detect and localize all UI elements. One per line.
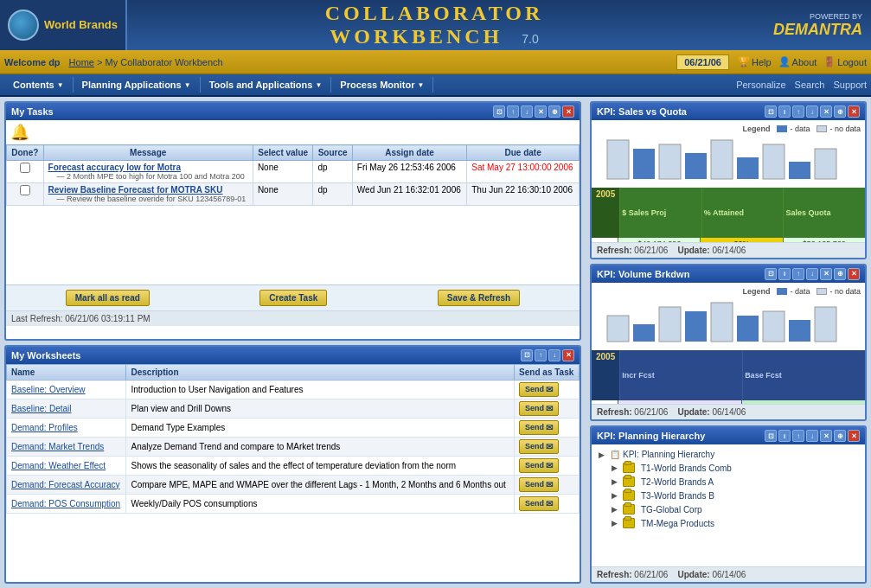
mark-all-read-button[interactable]: Mark all as read xyxy=(66,290,150,306)
send-icon-1: ✉ xyxy=(546,385,553,394)
menu-planning-applications[interactable]: Planning Applications ▼ xyxy=(74,77,201,93)
svg-rect-3 xyxy=(685,153,707,179)
tasks-icon-4[interactable]: ✕ xyxy=(535,105,547,118)
svg-rect-15 xyxy=(763,311,785,342)
kpi-sales-icon-5[interactable]: ✕ xyxy=(820,105,832,118)
search-link[interactable]: Search xyxy=(795,80,825,90)
help-button[interactable]: 🏆 Help xyxy=(738,56,772,67)
send-icon-6: ✉ xyxy=(546,480,553,489)
tasks-icon-2[interactable]: ↑ xyxy=(507,105,519,118)
worksheets-title: My Worksheets xyxy=(11,350,81,361)
send-button-6[interactable]: Send ✉ xyxy=(519,477,559,492)
tree-item-tg[interactable]: ▶ TG-Global Corp xyxy=(608,502,861,516)
svg-rect-7 xyxy=(789,162,810,179)
svg-rect-5 xyxy=(737,157,759,179)
done-checkbox-2[interactable] xyxy=(20,185,30,195)
send-button-4[interactable]: Send ✉ xyxy=(519,439,559,454)
tasks-icon-1[interactable]: ⊡ xyxy=(493,105,505,118)
home-link[interactable]: Home xyxy=(69,57,94,67)
kpi-sales-icon-1[interactable]: ⊡ xyxy=(765,105,777,118)
tasks-icon-5[interactable]: ⊕ xyxy=(548,105,560,118)
kpi-vol-icon-6[interactable]: ⊕ xyxy=(834,268,846,280)
personalize-link[interactable]: Personalize xyxy=(736,80,785,90)
menu-process-monitor[interactable]: Process Monitor ▼ xyxy=(331,77,433,93)
kpi-vol-icon-3[interactable]: ↑ xyxy=(792,268,804,280)
kpi-hier-icon-3[interactable]: ↑ xyxy=(792,430,804,442)
ws-icon-2[interactable]: ↑ xyxy=(535,349,547,361)
kpi-hier-icon-4[interactable]: ↓ xyxy=(806,430,818,442)
folder-icon-tm xyxy=(623,518,635,528)
tasks-close-icon[interactable]: ✕ xyxy=(562,105,574,118)
kpi-hier-icon-5[interactable]: ✕ xyxy=(820,430,832,442)
menu-tools-applications[interactable]: Tools and Applications ▼ xyxy=(201,77,332,93)
create-task-button[interactable]: Create Task xyxy=(259,290,327,306)
kpi-volume-legend: Legend - data - no data xyxy=(596,287,861,296)
send-button-1[interactable]: Send ✉ xyxy=(519,382,559,397)
kpi-vol-icon-5[interactable]: ✕ xyxy=(820,268,832,280)
ws-link-2[interactable]: Baseline: Detail xyxy=(11,404,71,413)
kpi-hier-icon-1[interactable]: ⊡ xyxy=(765,430,777,442)
kpi-val-base: 10,236,518 xyxy=(741,400,865,405)
kpi-sales-footer: Refresh: 06/21/06 Update: 06/14/06 xyxy=(592,242,865,258)
tree-item-t3[interactable]: ▶ T3-World Brands B xyxy=(608,489,861,502)
tree-item-t2[interactable]: ▶ T2-World Brands A xyxy=(608,475,861,489)
ws-icon-1[interactable]: ⊡ xyxy=(521,349,533,361)
legend-vol-nodata: - no data xyxy=(817,287,861,296)
ws-link-4[interactable]: Demand: Market Trends xyxy=(11,442,104,451)
kpi-hier-close-icon[interactable]: ✕ xyxy=(848,430,860,442)
ws-link-3[interactable]: Demand: Profiles xyxy=(11,423,78,432)
kpi-hier-icon-6[interactable]: ⊕ xyxy=(834,430,846,442)
tree-item-tm[interactable]: ▶ TM-Mega Products xyxy=(608,516,861,530)
kpi-vol-icon-4[interactable]: ↓ xyxy=(806,268,818,280)
list-item: Baseline: Overview Introduction to User … xyxy=(7,380,580,399)
svg-rect-14 xyxy=(737,316,759,342)
worksheets-table-container[interactable]: Name Description Send as Task Baseline: … xyxy=(6,364,580,514)
kpi-hier-icon-2[interactable]: i xyxy=(778,430,791,442)
folder-icon-t2 xyxy=(623,476,635,487)
send-button-3[interactable]: Send ✉ xyxy=(519,420,559,435)
kpi-sales-close-icon[interactable]: ✕ xyxy=(848,105,860,118)
support-link[interactable]: Support xyxy=(833,80,867,90)
svg-rect-11 xyxy=(659,307,681,342)
kpi-sales-year: 2005 xyxy=(592,188,619,238)
title-line1: COLLABORATOR xyxy=(127,2,741,25)
tree-item-t1[interactable]: ▶ T1-World Brands Comb xyxy=(608,461,861,475)
logout-button[interactable]: 🚪 Logout xyxy=(823,56,867,67)
kpi-sales-icon-3[interactable]: ↑ xyxy=(792,105,804,118)
done-checkbox-1[interactable] xyxy=(20,163,30,173)
kpi-sales-data-row: 2005 $ Sales Proj % Attained Sales Quota xyxy=(592,188,865,238)
ws-link-6[interactable]: Demand: Forecast Accuracy xyxy=(11,480,120,489)
kpi-vol-close-icon[interactable]: ✕ xyxy=(848,268,860,280)
tasks-table-container[interactable]: 🔔 Done? Message Select value Source Assi… xyxy=(6,120,580,284)
ws-icon-3[interactable]: ↓ xyxy=(548,349,560,361)
kpi-vol-icon-1[interactable]: ⊡ xyxy=(765,268,777,280)
bell-icon: 🔔 xyxy=(10,124,29,141)
kpi-vol-icon-2[interactable]: i xyxy=(778,268,791,280)
kpi-sales-icon-4[interactable]: ↓ xyxy=(806,105,818,118)
send-button-5[interactable]: Send ✉ xyxy=(519,458,559,473)
task-link-1[interactable]: Forecast accuracy low for Motra xyxy=(48,163,248,172)
menu-contents[interactable]: Contents ▼ xyxy=(4,77,74,93)
worksheets-header-icons: ⊡ ↑ ↓ ✕ xyxy=(521,349,574,361)
ws-link-7[interactable]: Demand: POS Consumption xyxy=(11,499,120,508)
logo-area: World Brands xyxy=(0,0,127,50)
kpi-sales-icon-2[interactable]: i xyxy=(778,105,791,118)
send-button-2[interactable]: Send ✉ xyxy=(519,401,559,416)
task-link-2[interactable]: Review Baseline Forecast for MOTRA SKU xyxy=(48,185,248,195)
app-title-area: COLLABORATOR WORKBENCH 7.0 xyxy=(127,2,741,48)
ws-link-1[interactable]: Baseline: Overview xyxy=(11,385,86,394)
tree-root[interactable]: ▶ 📋 KPI: Planning Hierarchy xyxy=(595,448,861,461)
send-icon-4: ✉ xyxy=(546,442,553,451)
legend-data: - data xyxy=(777,125,810,133)
ws-close-icon[interactable]: ✕ xyxy=(562,349,574,361)
kpi-sales-icon-6[interactable]: ⊕ xyxy=(834,105,846,118)
tasks-footer: Mark all as read Create Task Save & Refr… xyxy=(6,284,580,310)
ws-link-5[interactable]: Demand: Weather Effect xyxy=(11,461,106,470)
about-button[interactable]: 👤 About xyxy=(778,56,817,67)
save-refresh-button[interactable]: Save & Refresh xyxy=(438,290,520,306)
send-button-7[interactable]: Send ✉ xyxy=(519,496,559,511)
legend-data-box xyxy=(777,125,787,132)
menu-right-links: Personalize Search Support xyxy=(736,80,867,90)
kpi-volume-chart-area: Legend - data - no data xyxy=(592,283,865,350)
tasks-icon-3[interactable]: ↓ xyxy=(521,105,533,118)
